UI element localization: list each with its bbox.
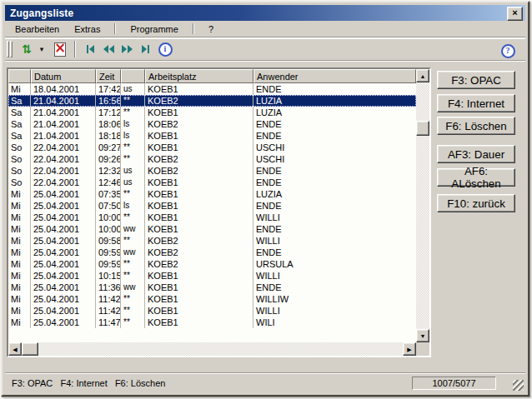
window-title: Zugangsliste [10, 7, 73, 19]
column-header[interactable] [121, 69, 145, 83]
first-record-button[interactable] [81, 40, 99, 58]
cell: KOEB2 [145, 258, 253, 270]
column-header[interactable]: Datum [31, 69, 96, 83]
menu-item-bearbeiten[interactable]: Bearbeiten [11, 22, 63, 36]
table-row[interactable]: Mi25.04.200109:59wwKOEB2ENDE [8, 247, 416, 258]
table-row[interactable]: Sa21.04.200118:18lsKOEB1ENDE [8, 130, 416, 142]
af3-dauer-button[interactable]: AF3: Dauer [437, 145, 515, 163]
table-row[interactable]: Mi25.04.200110:00wwKOEB1ENDE [8, 223, 416, 235]
cell: URSULA [253, 258, 416, 270]
table-row[interactable]: Mi25.04.200111:36wwKOEB1ENDE [8, 282, 416, 293]
cell: 09:26 [96, 153, 121, 165]
cell: 07:50 [96, 200, 121, 212]
table-row[interactable]: Mi25.04.200107:35**KOEB1LUZIA [8, 188, 416, 200]
cell: ** [121, 107, 145, 118]
access-list-grid: DatumZeitArbeitsplatzAnwender Mi18.04.20… [7, 67, 431, 357]
table-row[interactable]: Mi25.04.200111:47**KOEB1WILI [8, 317, 416, 328]
previous-page-button[interactable] [99, 40, 118, 58]
cell: So [8, 177, 31, 188]
f10-zurueck-button[interactable]: F10: zurück [437, 194, 515, 212]
cell: 18:18 [96, 130, 121, 142]
table-row[interactable]: Mi25.04.200111:42**KOEB1WILLIW [8, 293, 416, 305]
table-row[interactable]: Mi25.04.200109:59**KOEB2URSULA [8, 258, 416, 270]
cell: KOEB1 [145, 317, 253, 328]
cell: LUZIA [253, 107, 416, 118]
status-hint-text: F3: OPAC F4: Internet F6: Löschen [5, 378, 165, 388]
last-record-button[interactable] [136, 40, 154, 58]
cell: 22.04.2001 [31, 153, 96, 165]
column-header[interactable]: Anwender [253, 69, 416, 83]
table-row[interactable]: So22.04.200112:46usKOEB1ENDE [8, 177, 416, 188]
toolbar-separator [74, 41, 76, 57]
resize-grip[interactable] [513, 380, 524, 391]
cell: 11:47 [96, 317, 121, 328]
toolbar: ⇅ ▾ × i ? [5, 38, 525, 61]
horizontal-scroll-thumb[interactable] [22, 342, 38, 356]
table-row[interactable]: Sa21.04.200117:12**KOEB1LUZIA [8, 107, 416, 118]
info-icon: i [158, 42, 173, 57]
cell: ** [121, 258, 145, 270]
table-row[interactable]: Sa21.04.200118:06lsKOEB2ENDE [8, 118, 416, 130]
cell: ** [121, 235, 145, 247]
table-row[interactable]: So22.04.200109:27**KOEB1USCHI [8, 142, 416, 153]
menu-item-help[interactable]: ? [204, 22, 218, 36]
next-page-button[interactable] [118, 40, 136, 58]
table-row[interactable]: Mi18.04.200117:42usKOEB1ENDE [8, 83, 416, 95]
menu-separator [114, 23, 116, 34]
vertical-scroll-thumb[interactable] [416, 121, 429, 136]
cell: KOEB1 [145, 177, 253, 188]
cell: WILLI [253, 212, 416, 223]
table-row[interactable]: Mi25.04.200110:00**KOEB1WILLI [8, 212, 416, 223]
cell: Mi [8, 247, 31, 258]
cell: 21.04.2001 [31, 130, 96, 142]
table-row[interactable]: Mi25.04.200110:15**KOEB1WILLI [8, 270, 416, 282]
delete-button[interactable]: × [51, 40, 69, 58]
menu-item-extras[interactable]: Extras [70, 22, 104, 36]
column-header[interactable]: Zeit [96, 69, 121, 83]
table-row[interactable]: Mi25.04.200107:50lsKOEB1ENDE [8, 200, 416, 212]
refresh-icon: ⇅ [22, 43, 32, 55]
cell: 18.04.2001 [31, 83, 96, 95]
table-row[interactable]: So22.04.200112:32usKOEB2ENDE [8, 165, 416, 177]
cell: ** [121, 142, 145, 153]
vertical-scrollbar[interactable]: ▲ ▼ [416, 69, 429, 342]
cell: ENDE [253, 130, 416, 142]
cell: 25.04.2001 [31, 317, 96, 328]
table-row[interactable]: Sa21.04.200116:56**KOEB2LUZIA [8, 95, 416, 107]
cell: 09:58 [96, 235, 121, 247]
table-row[interactable]: So22.04.200109:26**KOEB2USCHI [8, 153, 416, 165]
cell: ENDE [253, 83, 416, 95]
scroll-right-button[interactable]: ▶ [403, 342, 416, 356]
scroll-left-button[interactable]: ◀ [8, 342, 22, 356]
f3-opac-button[interactable]: F3: OPAC [437, 71, 515, 89]
f4-internet-button[interactable]: F4: Internet [437, 94, 515, 112]
cell: ENDE [253, 177, 416, 188]
cell: us [121, 83, 145, 95]
menu-item-programme[interactable]: Programme [126, 22, 182, 36]
arrow-up-icon: ▲ [420, 73, 426, 79]
toolbar-gripper[interactable] [7, 41, 13, 57]
f6-loeschen-button[interactable]: F6: Löschen [437, 117, 515, 135]
refresh-button[interactable]: ⇅ [18, 40, 36, 58]
cell: 10:00 [96, 223, 121, 235]
scrollbar-corner [416, 342, 429, 356]
cell: 21.04.2001 [31, 118, 96, 130]
column-header[interactable]: Arbeitsplatz [145, 69, 253, 83]
table-row[interactable]: Mi25.04.200111:42**KOEB1WILLI [8, 305, 416, 317]
cell: KOEB1 [145, 282, 253, 293]
close-button[interactable]: × [507, 7, 523, 21]
af6-aloeschen-button[interactable]: AF6: ALöschen [437, 168, 515, 187]
help-button[interactable]: ? [499, 42, 517, 60]
refresh-dropdown-button[interactable]: ▾ [36, 40, 48, 58]
horizontal-scrollbar[interactable]: ◀ ▶ [8, 342, 416, 356]
cell: 11:36 [96, 282, 121, 293]
scroll-down-button[interactable]: ▼ [416, 329, 429, 342]
scroll-up-button[interactable]: ▲ [416, 69, 429, 82]
delete-record-icon: × [54, 42, 66, 57]
cell: 17:12 [96, 107, 121, 118]
menu-bar: Bearbeiten Extras Programme ? [5, 21, 525, 37]
table-row[interactable]: Mi25.04.200109:58**KOEB2WILLI [8, 235, 416, 247]
info-button[interactable]: i [156, 40, 174, 58]
cell: 22.04.2001 [31, 177, 96, 188]
column-header[interactable] [8, 69, 31, 83]
